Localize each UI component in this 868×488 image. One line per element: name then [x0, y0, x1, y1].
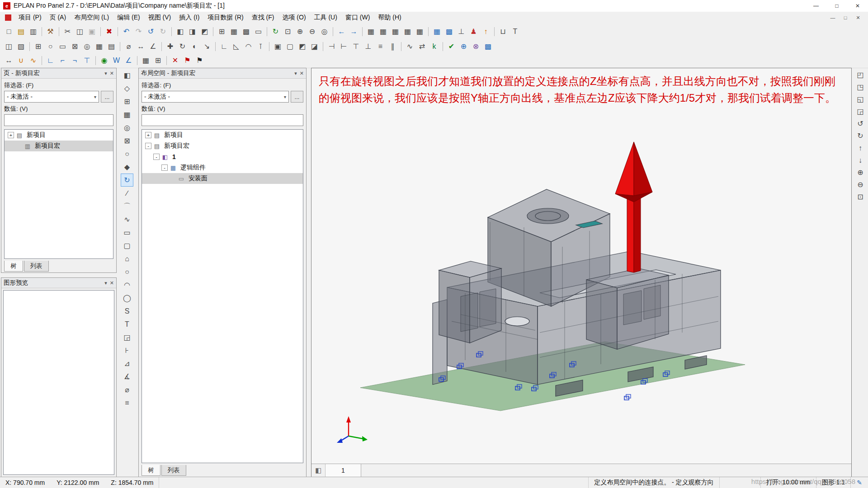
- cutout-button[interactable]: ⊠: [121, 134, 133, 147]
- undo-button[interactable]: ↶: [120, 26, 132, 38]
- tree-item[interactable]: ▭ 安装面: [142, 173, 303, 184]
- rotate-view-button[interactable]: ↻: [121, 174, 133, 187]
- grid-a-button[interactable]: ▦: [365, 26, 377, 38]
- angle-bl-button[interactable]: ¬: [69, 55, 81, 66]
- draw-line-button[interactable]: ∕: [121, 187, 133, 200]
- panel-close-icon[interactable]: ✕: [110, 70, 114, 76]
- align-bottom-button[interactable]: ⊥: [362, 41, 374, 52]
- tree-item[interactable]: + ▤ 新项目: [5, 130, 113, 141]
- insert-image-button[interactable]: ◲: [121, 331, 133, 344]
- round-button[interactable]: ◠: [242, 41, 255, 52]
- draw-ellipse-button[interactable]: ◯: [121, 291, 133, 305]
- pages-panel-header[interactable]: 页 - 新项目宏 ▾ ✕: [1, 68, 116, 79]
- distribute-horizontal-button[interactable]: ≡: [374, 41, 387, 52]
- menu-item[interactable]: 页 (A): [46, 12, 71, 23]
- menu-item[interactable]: 查找 (F): [248, 12, 278, 23]
- grid-e-button[interactable]: ▦: [414, 26, 426, 38]
- insert-symbol-button[interactable]: ⊞: [216, 26, 228, 38]
- view-corner-tl-button[interactable]: ◰: [854, 69, 866, 81]
- tree-item[interactable]: - ▤ 新项目宏: [142, 141, 303, 151]
- red-flag-button[interactable]: ⚑: [181, 55, 193, 66]
- tree-expander[interactable]: -: [153, 154, 160, 160]
- panel-close-icon[interactable]: ✕: [110, 280, 114, 286]
- paste-button[interactable]: ▣: [86, 26, 98, 38]
- panel-menu-icon[interactable]: ▾: [104, 280, 107, 286]
- cut-button[interactable]: ✂: [61, 26, 74, 38]
- menu-item[interactable]: 布局空间 (L): [70, 12, 113, 23]
- black-flag-button[interactable]: ⚑: [193, 55, 206, 66]
- design-mode-button[interactable]: ♟: [467, 26, 480, 38]
- object-snap-button[interactable]: ⊥: [455, 26, 467, 38]
- dimension-aligned-button[interactable]: ⊿: [121, 357, 133, 370]
- value-input[interactable]: [142, 114, 303, 126]
- align-right-button[interactable]: ⊢: [338, 41, 350, 52]
- close-button[interactable]: ✕: [847, 0, 868, 12]
- menu-item[interactable]: 插入 (I): [175, 12, 203, 23]
- insert-plane-button[interactable]: ▭: [57, 41, 69, 52]
- insert-text-button[interactable]: T: [509, 26, 521, 38]
- graphic-3d-button[interactable]: ▩: [482, 41, 494, 52]
- draw-polygon-button[interactable]: ⌂: [121, 252, 133, 265]
- insert-cutout-button[interactable]: ⊠: [69, 41, 81, 52]
- check-project-button[interactable]: ✔: [445, 41, 458, 52]
- kinematics-button[interactable]: k: [428, 41, 440, 52]
- insert-box-button[interactable]: ⊞: [32, 41, 44, 52]
- page-macro-button[interactable]: ◧: [174, 26, 186, 38]
- insert-drill-hole-button[interactable]: ◎: [81, 41, 93, 52]
- u-turn-button[interactable]: ∪: [15, 55, 27, 66]
- tree-item[interactable]: - ▦ 逻辑组件: [142, 162, 303, 173]
- pan-up-button[interactable]: ↑: [854, 142, 866, 154]
- viewport-tab-1[interactable]: 1: [326, 464, 361, 477]
- draw-arc-button[interactable]: ⌒: [121, 200, 133, 213]
- preview-panel-header[interactable]: 图形预览 ▾ ✕: [1, 278, 116, 288]
- update-connections-button[interactable]: ⇄: [416, 41, 428, 52]
- tree-expander[interactable]: [170, 175, 176, 182]
- redo-list-button[interactable]: ↻: [157, 26, 169, 38]
- undo-list-button[interactable]: ↺: [145, 26, 157, 38]
- handle-part-button[interactable]: ◆: [121, 160, 133, 174]
- dimension-angular-button[interactable]: ∠: [147, 41, 159, 52]
- tree-expander[interactable]: -: [161, 164, 168, 171]
- grid-on-off-button[interactable]: ▦: [431, 26, 443, 38]
- open-button[interactable]: ▤: [15, 26, 27, 38]
- page-overview-button[interactable]: ▩: [240, 26, 252, 38]
- logic-preview-button[interactable]: ↑: [480, 26, 492, 38]
- tab[interactable]: 列表: [24, 261, 49, 272]
- tab[interactable]: 树: [142, 465, 160, 476]
- mdi-restore-button[interactable]: □: [839, 15, 852, 21]
- grid-c-button[interactable]: ▦: [389, 26, 401, 38]
- align-top-button[interactable]: ⊤: [350, 41, 362, 52]
- tree-item[interactable]: ▥ 新项目宏: [5, 141, 113, 151]
- graphical-preview-button[interactable]: ▭: [252, 26, 264, 38]
- value-input[interactable]: [4, 114, 113, 126]
- zoom-out-button[interactable]: ⊖: [306, 26, 318, 38]
- dimension-angle-button[interactable]: ∡: [121, 370, 133, 383]
- bring-to-front-button[interactable]: ◩: [296, 41, 308, 52]
- redraw-button[interactable]: ↻: [269, 26, 282, 38]
- grid-d-button[interactable]: ▦: [401, 26, 414, 38]
- menu-item[interactable]: 编辑 (E): [113, 12, 144, 23]
- menu-item[interactable]: 帮助 (H): [374, 12, 405, 23]
- dimension-linear-button[interactable]: ↔: [135, 41, 147, 52]
- insert-mounting-panel-button[interactable]: ▦: [93, 41, 105, 52]
- move-button[interactable]: ✚: [164, 41, 176, 52]
- align-left-button[interactable]: ⊣: [326, 41, 338, 52]
- dimension-horizontal-button[interactable]: ⊦: [121, 344, 133, 357]
- zoom-out-view-button[interactable]: ⊖: [854, 178, 866, 191]
- view-corner-tr-button[interactable]: ◳: [854, 81, 866, 93]
- w-dimension-button[interactable]: W: [110, 55, 123, 66]
- tab[interactable]: 列表: [161, 465, 186, 476]
- next-page-button[interactable]: →: [348, 26, 360, 38]
- draw-rectangle-button[interactable]: ▭: [121, 226, 133, 239]
- snap-small-button[interactable]: ⊞: [152, 55, 164, 66]
- corner-button[interactable]: ∟: [218, 41, 230, 52]
- redo-button[interactable]: ↷: [132, 26, 145, 38]
- zoom-in-view-button[interactable]: ⊕: [854, 166, 866, 178]
- draw-circle-arc-button[interactable]: ◠: [121, 278, 133, 291]
- angle-dimension-button[interactable]: ∠: [123, 55, 135, 66]
- tree-expander[interactable]: -: [145, 143, 151, 149]
- panel-close-icon[interactable]: ✕: [300, 70, 304, 76]
- stretch-button[interactable]: ↘: [201, 41, 213, 52]
- wave-routing-button[interactable]: ∿: [27, 55, 39, 66]
- filter-ellipsis-button[interactable]: ...: [291, 91, 303, 103]
